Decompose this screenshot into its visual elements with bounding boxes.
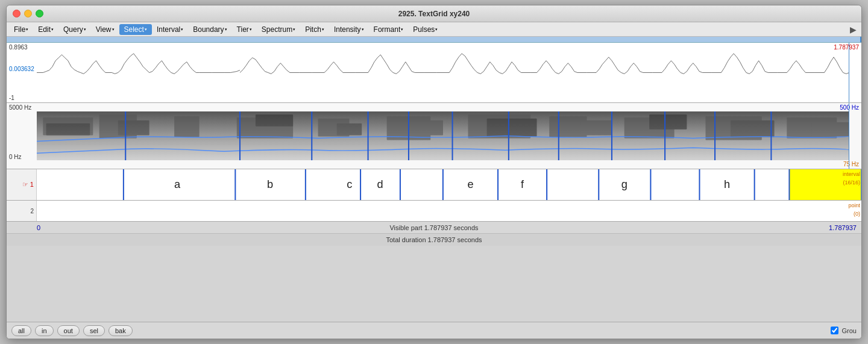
menu-pitch[interactable]: Pitch ▾: [300, 24, 329, 35]
btn-sel[interactable]: sel: [83, 325, 105, 336]
menu-tier[interactable]: Tier ▾: [232, 24, 257, 35]
group-label: Grou: [842, 327, 857, 334]
window-title: 2925. TextGrid xy240: [398, 10, 470, 18]
minimize-button[interactable]: [24, 10, 32, 17]
menu-right-indicator: ▶: [850, 25, 859, 34]
svg-rect-20: [731, 120, 775, 137]
menu-intensity-arrow: ▾: [362, 27, 364, 32]
btn-bak[interactable]: bak: [108, 325, 133, 336]
time-left: 0: [37, 224, 40, 231]
svg-rect-18: [649, 114, 687, 130]
tier2-content[interactable]: point (0): [37, 201, 861, 221]
tier2-panel[interactable]: 2 point (0): [7, 201, 861, 222]
menu-interval-arrow: ▾: [181, 27, 183, 32]
svg-text:g: g: [621, 179, 627, 191]
menu-select[interactable]: Select ▾: [119, 24, 152, 35]
menu-boundary[interactable]: Boundary ▾: [188, 24, 231, 35]
waveform-cursor-line: [849, 43, 850, 102]
svg-rect-14: [487, 119, 537, 137]
maximize-button[interactable]: [36, 10, 43, 17]
menu-select-arrow: ▾: [145, 27, 147, 32]
tier1-content[interactable]: a b c d e f g h interval (16/16): [37, 169, 861, 200]
menu-view[interactable]: View ▾: [91, 24, 119, 35]
close-button[interactable]: [13, 10, 20, 17]
toolbar-right: Grou: [831, 327, 857, 334]
selection-cursor: [860, 37, 861, 42]
menu-edit[interactable]: Edit ▾: [33, 24, 58, 35]
tier1-panel[interactable]: ☞ 1: [7, 169, 861, 201]
menu-formant-arrow: ▾: [401, 27, 403, 32]
svg-rect-3: [46, 124, 90, 136]
point-value: (0): [848, 210, 860, 219]
svg-rect-22: [812, 122, 849, 137]
interval-value: (16/16): [843, 179, 860, 187]
spec-cursor-line: [849, 103, 850, 169]
tier2-right-info: point (0): [848, 202, 860, 218]
menu-view-arrow: ▾: [112, 27, 115, 32]
spec-content: [37, 111, 849, 160]
tier1-svg: a b c d e f g h: [37, 169, 861, 200]
svg-rect-10: [337, 124, 362, 136]
menu-query[interactable]: Query ▾: [58, 24, 91, 35]
duration-center: Total duration 1.787937 seconds: [386, 236, 482, 243]
spec-freq-right-top: 500 Hz: [840, 104, 859, 111]
menu-pitch-arrow: ▾: [322, 27, 324, 32]
menu-pulses-arrow: ▾: [435, 27, 438, 32]
svg-text:b: b: [267, 179, 273, 191]
tier1-label: ☞ 1: [7, 169, 37, 200]
svg-rect-8: [256, 114, 293, 127]
svg-rect-12: [412, 120, 443, 136]
interval-label: interval: [843, 170, 860, 179]
menu-file-arrow: ▾: [26, 27, 28, 32]
duration-ruler: Total duration 1.787937 seconds: [7, 234, 861, 246]
svg-text:d: d: [377, 179, 383, 191]
waveform-panel[interactable]: 0.8963 0.003632 -1 1.787937: [7, 43, 861, 103]
spec-freq-right-bottom: 75 Hz: [843, 161, 859, 167]
group-checkbox[interactable]: [831, 327, 838, 334]
waveform-amplitude-cursor: 0.003632: [9, 66, 34, 72]
spec-freq-bottom: 0 Hz: [9, 154, 22, 160]
svg-text:e: e: [467, 179, 473, 191]
menu-intensity[interactable]: Intensity ▾: [329, 24, 369, 35]
waveform-canvas[interactable]: [37, 49, 849, 96]
time-right: 1.787937: [829, 224, 857, 231]
tier1-cursor: [861, 169, 862, 200]
waveform-amplitude-top: 0.8963: [9, 44, 28, 51]
point-label: point: [848, 202, 860, 210]
main-window: 2925. TextGrid xy240 File ▾ Edit ▾ Query…: [6, 5, 862, 339]
menu-interval[interactable]: Interval ▾: [152, 24, 188, 35]
window-controls: [13, 10, 43, 17]
menu-file[interactable]: File ▾: [9, 24, 33, 35]
svg-text:h: h: [724, 179, 730, 191]
svg-text:c: c: [347, 179, 352, 191]
titlebar: 2925. TextGrid xy240: [7, 5, 861, 22]
waveform-amplitude-bottom: -1: [9, 95, 14, 101]
time-ruler: 0 Visible part 1.787937 seconds 1.787937: [7, 222, 861, 234]
spectrogram-panel[interactable]: 5000 Hz 0 Hz 500 Hz 75 Hz: [7, 103, 861, 169]
svg-rect-5: [118, 120, 149, 136]
btn-out[interactable]: out: [57, 325, 80, 336]
btn-in[interactable]: in: [35, 325, 54, 336]
menu-spectrum-arrow: ▾: [293, 27, 295, 32]
waveform-svg: [37, 49, 849, 96]
spec-freq-top: 5000 Hz: [9, 104, 31, 111]
btn-all[interactable]: all: [11, 325, 31, 336]
menu-boundary-arrow: ▾: [225, 27, 227, 32]
menubar: File ▾ Edit ▾ Query ▾ View ▾ Select ▾ In…: [7, 22, 861, 37]
spectrogram-svg: [37, 111, 849, 160]
menu-pulses[interactable]: Pulses ▾: [408, 24, 442, 35]
menu-formant[interactable]: Formant ▾: [369, 24, 409, 35]
tier-right-info: interval (16/16): [843, 170, 860, 187]
menu-edit-arrow: ▾: [51, 27, 54, 32]
svg-rect-6: [174, 116, 199, 137]
bottom-toolbar: all in out sel bak Grou: [7, 322, 861, 339]
svg-rect-16: [580, 120, 612, 136]
menu-spectrum[interactable]: Spectrum ▾: [257, 24, 300, 35]
menu-query-arrow: ▾: [84, 27, 86, 32]
svg-text:a: a: [174, 179, 180, 191]
selection-bar: [7, 37, 861, 43]
svg-text:f: f: [521, 179, 524, 191]
menu-tier-arrow: ▾: [250, 27, 252, 32]
main-content: 0.8963 0.003632 -1 1.787937: [7, 37, 861, 322]
time-center: Visible part 1.787937 seconds: [389, 224, 478, 231]
